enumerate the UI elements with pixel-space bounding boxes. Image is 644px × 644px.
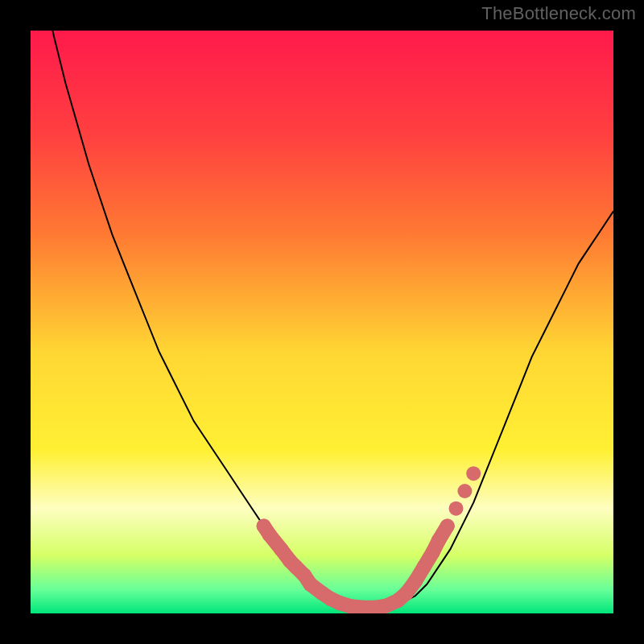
curve-marker (303, 577, 318, 592)
curve-marker (466, 466, 481, 481)
plot-area (31, 31, 613, 613)
curve-marker (274, 542, 288, 556)
marker-layer (31, 31, 613, 613)
curve-marker (417, 559, 431, 574)
curve-marker (408, 574, 423, 588)
curve-marker (440, 518, 455, 533)
curve-marker (262, 527, 277, 542)
chart-frame: TheBottleneck.com (0, 0, 644, 644)
curve-marker (449, 502, 464, 516)
curve-marker (399, 586, 414, 601)
curve-marker (457, 484, 472, 498)
watermark-label: TheBottleneck.com (481, 3, 636, 24)
curve-marker (431, 534, 446, 548)
